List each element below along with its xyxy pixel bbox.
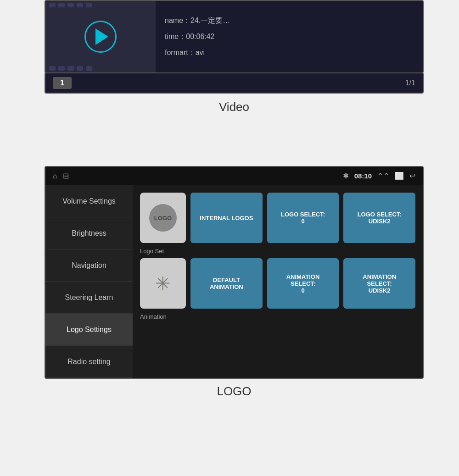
time-value: 00:06:42 <box>186 33 214 40</box>
format-label: formart： <box>165 49 196 56</box>
sidebar-item-steering[interactable]: Steering Learn <box>45 282 133 314</box>
animation-card: ✳ <box>140 258 186 309</box>
video-section: name：24.一定要… time：00:06:42 formart：avi 1… <box>45 0 424 119</box>
up-arrows-icon: ⌃⌃ <box>377 172 389 180</box>
logo-select-udisk2-button[interactable]: LOGO SELECT:UDISK2 <box>343 193 415 243</box>
window-icon[interactable]: ⬜ <box>395 172 404 180</box>
animation-select-0-button[interactable]: ANIMATIONSELECT:0 <box>267 258 339 309</box>
film-hole <box>77 3 83 7</box>
logo-select-0-button[interactable]: LOGO SELECT:0 <box>267 193 339 243</box>
film-hole <box>67 66 74 71</box>
logo-set-label: Logo Set <box>140 248 415 255</box>
current-page[interactable]: 1 <box>53 77 72 89</box>
animation-select-udisk2-button[interactable]: ANIMATIONSELECT:UDISK2 <box>343 258 415 309</box>
play-icon <box>95 28 108 45</box>
image-icon[interactable]: ⊟ <box>63 172 69 180</box>
name-label: name： <box>165 17 190 24</box>
total-pages: 1/1 <box>405 79 415 87</box>
back-icon[interactable]: ↩ <box>409 172 415 180</box>
sidebar-item-volume[interactable]: Volume Settings <box>45 185 133 217</box>
sidebar: Volume Settings Brightness Navigation St… <box>45 185 133 378</box>
sidebar-item-logo-label: Logo Settings <box>67 326 112 334</box>
logo-section-label: LOGO <box>45 384 424 399</box>
animation-row: ✳ DEFAULTANIMATION ANIMATIONSELECT:0 ANI… <box>140 258 415 309</box>
sidebar-item-navigation[interactable]: Navigation <box>45 249 133 282</box>
content-area: LOGO INTERNAL LOGOS LOGO SELECT:0 LOGO S… <box>133 185 423 378</box>
status-time: 08:10 <box>354 172 372 180</box>
sidebar-item-steering-label: Steering Learn <box>65 293 113 302</box>
logo-card[interactable]: LOGO <box>140 193 186 243</box>
home-icon[interactable]: ⌂ <box>53 172 57 180</box>
film-hole <box>77 66 83 71</box>
logo-set-row: LOGO INTERNAL LOGOS LOGO SELECT:0 LOGO S… <box>140 193 415 243</box>
sidebar-item-radio-label: Radio setting <box>67 358 110 366</box>
name-value: 24.一定要… <box>190 17 230 24</box>
film-holes-bottom <box>45 64 156 72</box>
device-screen: ⌂ ⊟ ✱ 08:10 ⌃⌃ ⬜ ↩ Volume Settings Brigh… <box>45 166 424 379</box>
video-name-line: name：24.一定要… <box>165 16 230 26</box>
sidebar-item-navigation-label: Navigation <box>72 261 106 270</box>
play-button[interactable] <box>84 21 117 53</box>
bluetooth-icon: ✱ <box>343 172 349 180</box>
time-label: time： <box>165 33 186 40</box>
sidebar-item-brightness[interactable]: Brightness <box>45 217 133 249</box>
film-hole <box>49 66 56 71</box>
sidebar-item-brightness-label: Brightness <box>72 229 106 238</box>
video-format-line: formart：avi <box>165 48 230 58</box>
internal-logos-button[interactable]: INTERNAL LOGOS <box>190 193 263 243</box>
film-hole <box>58 3 65 7</box>
sidebar-item-logo[interactable]: Logo Settings <box>45 314 133 346</box>
video-info: name：24.一定要… time：00:06:42 formart：avi <box>156 1 239 72</box>
logo-section: ⌂ ⊟ ✱ 08:10 ⌃⌃ ⬜ ↩ Volume Settings Brigh… <box>45 166 424 399</box>
sidebar-item-radio[interactable]: Radio setting <box>45 346 133 378</box>
film-hole <box>49 3 56 7</box>
format-value: avi <box>196 49 205 56</box>
film-hole <box>86 66 92 71</box>
spinner-icon: ✳ <box>155 273 171 294</box>
logo-circle: LOGO <box>149 204 177 232</box>
video-section-label: Video <box>45 100 424 114</box>
main-content: Volume Settings Brightness Navigation St… <box>45 185 423 378</box>
film-hole <box>58 66 65 71</box>
video-player: name：24.一定要… time：00:06:42 formart：avi <box>45 0 424 73</box>
animation-label: Animation <box>140 313 415 320</box>
logo-circle-text: LOGO <box>154 215 172 221</box>
film-hole <box>67 3 74 7</box>
video-time-line: time：00:06:42 <box>165 32 230 42</box>
sidebar-item-volume-label: Volume Settings <box>62 197 116 205</box>
status-bar: ⌂ ⊟ ✱ 08:10 ⌃⌃ ⬜ ↩ <box>45 167 423 185</box>
film-hole <box>86 3 92 7</box>
default-animation-button[interactable]: DEFAULTANIMATION <box>190 258 263 309</box>
video-thumbnail <box>45 1 156 72</box>
film-holes-top <box>45 1 156 9</box>
video-pagination: 1 1/1 <box>45 73 424 94</box>
